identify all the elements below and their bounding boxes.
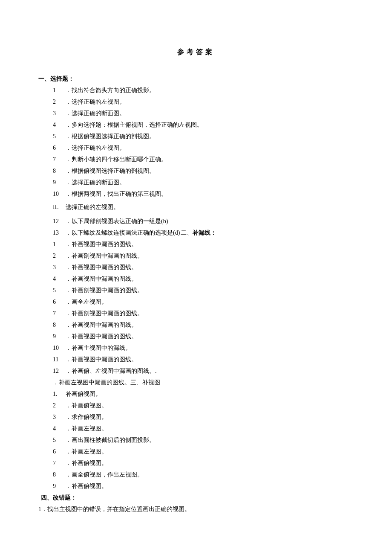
item-text: ．根据两视图，找出正确的第三视图。 — [66, 189, 167, 198]
item-text: ．判断小轴的四个移出断面哪个正确。 — [66, 155, 167, 164]
item-text: ．补画视图中漏画的图线。 — [66, 320, 137, 329]
list-item: IL选择正确的左视图。 — [38, 203, 354, 212]
item-number: 1 — [38, 506, 41, 512]
item-text: ．画出圆柱被截切后的侧面投影。 — [66, 436, 155, 445]
item-text: ．选择正确的断面图。 — [66, 178, 125, 187]
list-item: 1．补画视图中漏画的图线。 — [38, 240, 354, 249]
list-item: 4．补画左视图。 — [38, 424, 354, 433]
list-item: 4．补画视图中漏画的图线。 — [38, 274, 354, 283]
list-item: 8．画全俯视图，作出左视图。 — [38, 470, 354, 479]
item-number: 13 — [53, 228, 63, 237]
item-text: 选择正确的左视图。 — [66, 203, 119, 212]
item-text: ．补画视图中漏画的图线。 — [66, 274, 137, 283]
item-number: 10 — [53, 189, 63, 198]
item-text: ．补画剖视图中漏画的图线。 — [66, 309, 143, 318]
item-number: 3 — [53, 263, 63, 272]
list-item: 5．根据俯视图选择正确的剖视图。 — [38, 132, 354, 141]
item-number: 7 — [53, 309, 63, 318]
item-number: 9 — [53, 482, 63, 491]
item-number: 1 — [53, 86, 63, 95]
item-number: 2 — [53, 251, 63, 260]
list-item: 9．选择正确的断面图。 — [38, 178, 354, 187]
item-text: 补画俯视图。 — [66, 389, 101, 398]
list-item: 12．以下局部剖视图表达正确的一组是(b) — [38, 217, 354, 226]
item-text: ．补画视图中漏画的图线。 — [66, 263, 137, 272]
list-item: 7．补画俯视图。 — [38, 459, 354, 468]
item-number: IL — [53, 203, 63, 212]
item-number: 6 — [53, 297, 63, 306]
list-item: 7．补画剖视图中漏画的图线。 — [38, 309, 354, 318]
item-number: 3 — [53, 413, 63, 421]
list-item: 11．补画视图中漏画的图线。 — [38, 355, 354, 364]
item-number: 1 — [53, 240, 63, 249]
list-item: 5．画出圆柱被截切后的侧面投影。 — [38, 436, 354, 445]
item-text: ．根据俯视图选择正确的剖视图。 — [66, 132, 155, 141]
item-number: 12 — [53, 366, 63, 375]
item-text: ．选择正确的左视图。 — [66, 97, 125, 106]
item-number: 10 — [53, 343, 63, 352]
list-item: 8．补画视图中漏画的图线。 — [38, 320, 354, 329]
item-text: ．补画俯视图。 — [66, 401, 107, 410]
item-text: ．补画左视图中漏画的图线。三、补视图 — [53, 379, 160, 386]
list-item: ．补画左视图中漏画的图线。三、补视图 — [38, 378, 354, 387]
section-2-heading-prefix: 二、 — [181, 230, 193, 236]
list-item: 9．补画视图中漏画的图线。 — [38, 332, 354, 341]
list-item: 3．求作俯视图。 — [38, 413, 354, 421]
list-item: 9．补画俯视图。 — [38, 482, 354, 491]
item-number: 1. — [53, 389, 63, 398]
item-text: ．画全左视图。 — [66, 297, 107, 306]
list-item: 12．补画俯、左视图中漏画的图线。. — [38, 366, 354, 375]
item-number: 2 — [53, 97, 63, 106]
item-text: ．选择正确的左视图。 — [66, 143, 125, 152]
list-item: 2．补画俯视图。 — [38, 401, 354, 410]
item-text: ．选择正确的断面图。 — [66, 109, 125, 118]
item-number: 5 — [53, 132, 63, 141]
item-text: ．找出符合箭头方向的正确投影。 — [66, 86, 155, 95]
item-number: 8 — [53, 320, 63, 329]
list-item: 1.补画俯视图。 — [38, 389, 354, 398]
item-number: 9 — [53, 178, 63, 187]
item-text: ．补画左视图。 — [66, 424, 107, 433]
item-text: ．根据俯视图选择正确的剖视图。 — [66, 166, 155, 175]
item-number: 2 — [53, 401, 63, 410]
item-number: 3 — [53, 109, 63, 118]
item-number: 7 — [53, 155, 63, 164]
list-item: 10．根据两视图，找出正确的第三视图。 — [38, 189, 354, 198]
item-text: ．补画剖视图中漏画的图线。 — [66, 251, 143, 260]
item-number: 8 — [53, 470, 63, 479]
item-text: ．补画剖视图中漏画的图线。 — [66, 286, 143, 295]
list-item: 2．选择正确的左视图。 — [38, 97, 354, 106]
item-text: ．以下螺纹及螺纹连接画法正确的选项是(d) — [66, 228, 180, 237]
list-item: 6．补画左视图。 — [38, 447, 354, 456]
item-text: ．多向选择题：根据主俯视图，选择正确的左视图。 — [66, 120, 203, 129]
item-number: 5 — [53, 286, 63, 295]
list-item: 10．补画主视图中的漏线。 — [38, 343, 354, 352]
item-number: 4 — [53, 120, 63, 129]
list-item: 4．多向选择题：根据主俯视图，选择正确的左视图。 — [38, 120, 354, 129]
item-text: ．补画视图中漏画的图线。 — [66, 355, 137, 364]
item-text: ．求作俯视图。 — [66, 413, 107, 421]
list-item: 8．根据俯视图选择正确的剖视图。 — [38, 166, 354, 175]
item-text: ．补画主视图中的漏线。 — [66, 343, 131, 352]
list-item: 13．以下螺纹及螺纹连接画法正确的选项是(d)二、补漏线： — [38, 228, 354, 237]
document-title: 参考答案 — [38, 47, 354, 57]
list-item: 1．找出主视图中的错误，并在指定位置画出正确的视图。 — [38, 505, 354, 514]
section-2-heading: 补漏线： — [193, 230, 216, 236]
section-4-heading: 四、改错题： — [41, 493, 354, 502]
list-item: 7．判断小轴的四个移出断面哪个正确。 — [38, 155, 354, 164]
list-item: 1．找出符合箭头方向的正确投影。 — [38, 86, 354, 95]
item-text: ．补画视图中漏画的图线。 — [66, 332, 137, 341]
list-item: 2．补画剖视图中漏画的图线。 — [38, 251, 354, 260]
item-text: ．补画左视图。 — [66, 447, 107, 456]
item-text: ．补画俯视图。 — [66, 459, 107, 468]
item-text: ．补画俯、左视图中漏画的图线。. — [66, 366, 157, 375]
list-item: 3．选择正确的断面图。 — [38, 109, 354, 118]
list-item: 5．补画剖视图中漏画的图线。 — [38, 286, 354, 295]
item-text: ．找出主视图中的错误，并在指定位置画出正确的视图。 — [41, 506, 190, 512]
list-item: 6．选择正确的左视图。 — [38, 143, 354, 152]
item-number: 9 — [53, 332, 63, 341]
item-number: 4 — [53, 274, 63, 283]
document-page: 参考答案 一、选择题： 1．找出符合箭头方向的正确投影。 2．选择正确的左视图。… — [0, 0, 392, 539]
list-item: 3．补画视图中漏画的图线。 — [38, 263, 354, 272]
item-number: 4 — [53, 424, 63, 433]
